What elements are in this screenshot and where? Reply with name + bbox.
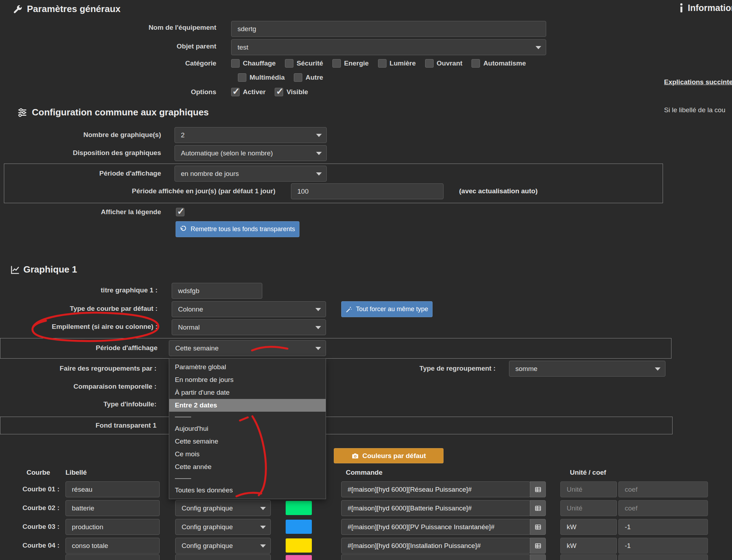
category-energie[interactable]: Energie (332, 59, 369, 68)
curve-command-input[interactable] (341, 538, 530, 554)
chevron-down-icon (315, 326, 321, 329)
page-header: Paramètres généraux (13, 4, 120, 15)
curve-unit-input[interactable] (560, 500, 617, 516)
show-legend-checkbox[interactable] (176, 208, 184, 216)
curve-label-input[interactable] (65, 519, 160, 535)
graph1-period-select[interactable]: Cette semaine (169, 340, 326, 356)
command-picker-button[interactable] (530, 500, 546, 516)
dropdown-item-entre-2-dates[interactable]: Entre 2 dates (169, 399, 326, 412)
category-securite[interactable]: Sécurité (285, 59, 323, 68)
page-title: Paramètres généraux (27, 4, 120, 15)
option-visible[interactable]: Visible (275, 88, 308, 96)
curve-coef-input[interactable] (618, 554, 708, 560)
table-list-icon (534, 486, 542, 493)
checkbox[interactable] (378, 59, 387, 68)
chevron-down-icon (655, 367, 660, 371)
checkbox[interactable] (231, 88, 240, 96)
dropdown-item-parametre-global[interactable]: Paramètre global (169, 361, 326, 373)
checkbox[interactable] (332, 59, 341, 68)
curve-coef-input[interactable] (618, 481, 708, 497)
stacking-select[interactable]: Normal (172, 319, 326, 335)
graph-count-select[interactable]: 2 (175, 127, 327, 143)
chevron-down-icon (316, 134, 322, 137)
category-multimedia[interactable]: Multimédia (238, 73, 285, 82)
parent-object-label: Objet parent (0, 42, 216, 50)
common-period-select[interactable]: en nombre de jours (175, 166, 327, 182)
explanations-link[interactable]: Explications succinte (664, 78, 732, 86)
curve-label-input[interactable] (65, 554, 160, 560)
option-activer[interactable]: Activer (231, 88, 265, 96)
dropdown-item-ce-mois[interactable]: Ce mois (169, 448, 326, 461)
command-picker-button[interactable] (530, 481, 546, 497)
curve-label-input[interactable] (65, 481, 160, 497)
category-autre[interactable]: Autre (294, 73, 323, 82)
curve-command-input[interactable] (341, 500, 530, 516)
curve-unit-input[interactable] (560, 481, 617, 497)
parent-object-select[interactable]: test (231, 39, 546, 55)
curve-type-select[interactable]: Colonne (172, 301, 326, 317)
curve-unit-input[interactable] (560, 519, 617, 535)
label-note: Si le libellé de la cou (664, 106, 725, 114)
command-picker-button[interactable] (530, 554, 546, 560)
curve-type-label: Type de courbe par défaut : (0, 305, 158, 313)
header-unit-coef: Unité / coef (570, 469, 606, 476)
graph-count-label: Nombre de graphique(s) (0, 131, 161, 139)
category-lumiere[interactable]: Lumière (378, 59, 416, 68)
parent-object-value: test (238, 44, 248, 51)
curve-row-name: Courbe 02 : (0, 504, 59, 512)
curve-config-select[interactable]: Config graphique (175, 554, 271, 560)
grouping-type-select[interactable]: somme (509, 361, 665, 377)
category-ouvrant[interactable]: Ouvrant (425, 59, 463, 68)
curve-label-input[interactable] (65, 538, 160, 554)
command-picker-button[interactable] (530, 538, 546, 554)
dropdown-item-cette-annee[interactable]: Cette année (169, 461, 326, 473)
equipment-name-input[interactable] (231, 21, 546, 37)
dropdown-item-cette-semaine[interactable]: Cette semaine (169, 435, 326, 448)
dropdown-item-aujourdhui[interactable]: Aujourd'hui (169, 422, 326, 435)
undo-icon (180, 226, 187, 233)
dropdown-item-en-nombre-de-jours[interactable]: En nombre de jours (169, 373, 326, 386)
reset-backgrounds-button[interactable]: Remettre tous les fonds transparents (176, 221, 299, 237)
checkbox[interactable] (294, 73, 302, 82)
curve-unit-input[interactable] (560, 538, 617, 554)
curve-coef-input[interactable] (618, 519, 708, 535)
curve-config-select[interactable]: Config graphique (175, 538, 271, 554)
curve-command-input[interactable] (341, 519, 530, 535)
command-picker-button[interactable] (530, 519, 546, 535)
checkbox[interactable] (231, 59, 240, 68)
category-automatisme[interactable]: Automatisme (471, 59, 526, 68)
checkbox[interactable] (285, 59, 293, 68)
curve-color-swatch[interactable] (286, 501, 312, 515)
info-icon (679, 3, 684, 13)
graph-layout-select[interactable]: Automatique (selon le nombre) (175, 145, 327, 161)
auto-refresh-note: (avec actualisation auto) (459, 187, 538, 195)
curve-command-input[interactable] (341, 554, 530, 560)
force-same-type-button[interactable]: Tout forcer au même type (341, 301, 433, 317)
equipment-name-label: Nom de l'équipement (0, 24, 216, 32)
graph1-title-input[interactable] (172, 283, 262, 299)
chevron-down-icon (315, 347, 321, 350)
checkbox[interactable] (425, 59, 434, 68)
period-days-input[interactable] (291, 183, 444, 199)
curve-coef-input[interactable] (618, 538, 708, 554)
curve-command-input[interactable] (341, 481, 530, 497)
curve-config-select[interactable]: Config graphique (175, 519, 271, 535)
checkbox[interactable] (275, 88, 283, 96)
curve-unit-input[interactable] (560, 554, 617, 560)
curve-color-swatch[interactable] (286, 555, 312, 560)
temporal-comparison-label: Comparaison temporelle : (0, 383, 156, 390)
curve-config-select[interactable]: Config graphique (175, 500, 271, 516)
default-colors-button[interactable]: Couleurs par défaut (334, 448, 444, 463)
category-chauffage[interactable]: Chauffage (231, 59, 276, 68)
magic-wand-icon (345, 306, 352, 313)
show-legend-label: Afficher la légende (0, 208, 161, 216)
dropdown-item-a-partir-dune-date[interactable]: À partir d'une date (169, 386, 326, 399)
curve-label-input[interactable] (65, 500, 160, 516)
checkbox[interactable] (471, 59, 480, 68)
curve-coef-input[interactable] (618, 500, 708, 516)
curve-color-swatch[interactable] (286, 520, 312, 534)
curve-color-swatch[interactable] (286, 538, 312, 553)
checkbox[interactable] (238, 73, 246, 82)
dropdown-item-toutes-les-donnees[interactable]: Toutes les données (169, 484, 326, 497)
table-list-icon (534, 505, 542, 512)
